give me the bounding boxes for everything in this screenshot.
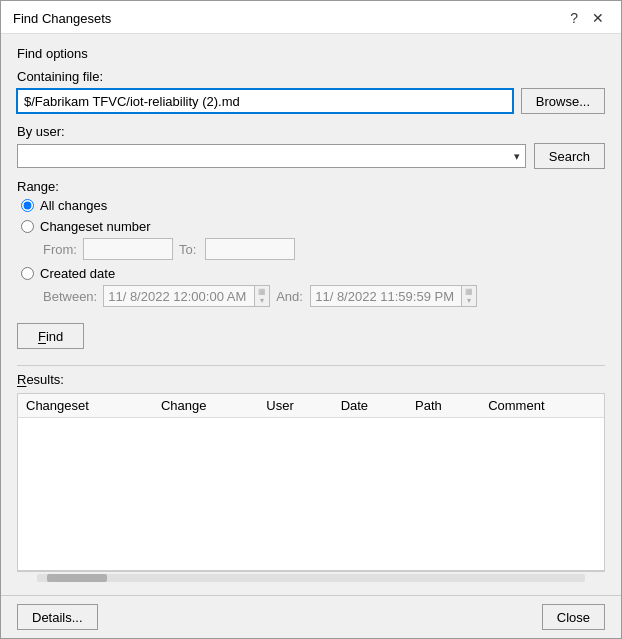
- title-bar-actions: ? ✕: [565, 9, 609, 27]
- range-section: Range: All changes Changeset number From…: [17, 179, 605, 307]
- col-date: Date: [333, 394, 407, 418]
- and-label: And:: [276, 289, 304, 304]
- changeset-number-radio[interactable]: [21, 220, 34, 233]
- help-button[interactable]: ?: [565, 9, 583, 27]
- containing-file-group: Containing file: Browse...: [17, 69, 605, 114]
- results-section: Results: Changeset Change User Date Path…: [17, 372, 605, 583]
- col-user: User: [258, 394, 332, 418]
- all-changes-radio[interactable]: [21, 199, 34, 212]
- find-btn-row: Find: [17, 323, 605, 349]
- col-path: Path: [407, 394, 480, 418]
- and-date-picker-btn: ▦ ▾: [461, 286, 476, 306]
- col-changeset: Changeset: [18, 394, 153, 418]
- changeset-number-row: Changeset number: [21, 219, 605, 234]
- to-label: To:: [179, 242, 199, 257]
- scrollbar-track: [37, 574, 585, 582]
- find-button[interactable]: Find: [17, 323, 84, 349]
- between-date-wrapper: ▦ ▾: [103, 285, 270, 307]
- results-table-container[interactable]: Changeset Change User Date Path Comment: [17, 393, 605, 571]
- scrollbar-thumb: [47, 574, 107, 582]
- results-label-rest: esults:: [26, 372, 64, 387]
- dialog-title: Find Changesets: [13, 11, 111, 26]
- search-button[interactable]: Search: [534, 143, 605, 169]
- to-input: [205, 238, 295, 260]
- range-label: Range:: [17, 179, 605, 194]
- scrollbar-area[interactable]: [17, 571, 605, 583]
- dropdown-arrow-2: ▾: [467, 297, 471, 305]
- col-change: Change: [153, 394, 258, 418]
- dialog-close-button[interactable]: Close: [542, 604, 605, 630]
- calendar-icon: ▦: [258, 288, 266, 296]
- from-label: From:: [43, 242, 77, 257]
- by-user-row: Search: [17, 143, 605, 169]
- created-date-label: Created date: [40, 266, 115, 281]
- col-comment: Comment: [480, 394, 604, 418]
- between-date-input: [104, 286, 254, 306]
- browse-button[interactable]: Browse...: [521, 88, 605, 114]
- dropdown-arrow: ▾: [260, 297, 264, 305]
- date-between-row: Between: ▦ ▾ And: ▦: [43, 285, 605, 307]
- all-changes-row: All changes: [21, 198, 605, 213]
- results-table: Changeset Change User Date Path Comment: [18, 394, 604, 418]
- calendar-icon-2: ▦: [465, 288, 473, 296]
- find-label: Find: [38, 329, 63, 344]
- changeset-from-to-row: From: To:: [43, 238, 605, 260]
- all-changes-label: All changes: [40, 198, 107, 213]
- find-changesets-dialog: Find Changesets ? ✕ Find options Contain…: [0, 0, 622, 639]
- dialog-body: Find options Containing file: Browse... …: [1, 34, 621, 595]
- details-button[interactable]: Details...: [17, 604, 98, 630]
- containing-file-row: Browse...: [17, 88, 605, 114]
- changeset-number-label: Changeset number: [40, 219, 151, 234]
- created-date-radio[interactable]: [21, 267, 34, 280]
- changeset-number-section: Changeset number From: To:: [21, 219, 605, 260]
- between-label: Between:: [43, 289, 97, 304]
- bottom-bar: Details... Close: [1, 595, 621, 638]
- find-options-label: Find options: [17, 46, 605, 61]
- divider: [17, 365, 605, 366]
- containing-file-input[interactable]: [17, 89, 513, 113]
- user-select[interactable]: [17, 144, 526, 168]
- radio-group: All changes Changeset number From: To:: [21, 198, 605, 307]
- containing-file-label: Containing file:: [17, 69, 605, 84]
- by-user-group: By user: Search: [17, 124, 605, 169]
- title-bar: Find Changesets ? ✕: [1, 1, 621, 34]
- from-input: [83, 238, 173, 260]
- results-underline-char: R: [17, 372, 26, 387]
- created-date-section: Created date Between: ▦ ▾ And:: [21, 266, 605, 307]
- by-user-label: By user:: [17, 124, 605, 139]
- results-label: Results:: [17, 372, 605, 387]
- between-date-picker-btn: ▦ ▾: [254, 286, 269, 306]
- user-select-wrapper: [17, 144, 526, 168]
- results-header-row: Changeset Change User Date Path Comment: [18, 394, 604, 418]
- close-button[interactable]: ✕: [587, 9, 609, 27]
- results-table-header: Changeset Change User Date Path Comment: [18, 394, 604, 418]
- and-date-input: [311, 286, 461, 306]
- created-date-row: Created date: [21, 266, 605, 281]
- and-date-wrapper: ▦ ▾: [310, 285, 477, 307]
